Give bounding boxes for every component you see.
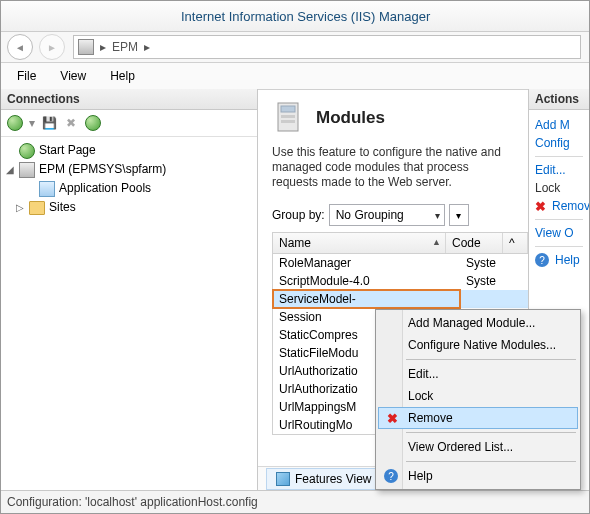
svg-rect-2 — [281, 115, 295, 118]
app-pools-icon — [39, 181, 55, 197]
refresh-connection-icon[interactable] — [85, 115, 101, 131]
groupby-select[interactable]: No Grouping — [329, 204, 445, 226]
module-name: ScriptModule-4.0 — [273, 272, 460, 290]
sort-asc-icon: ▲ — [432, 237, 441, 247]
sites-folder-icon — [29, 200, 45, 216]
table-row[interactable]: ScriptModule-4.0Syste — [273, 272, 528, 290]
expander-icon[interactable]: ◢ — [5, 160, 15, 179]
help-icon: ? — [383, 468, 399, 484]
module-code: Syste — [460, 254, 522, 272]
tree-sites[interactable]: Sites — [49, 198, 76, 217]
delete-icon[interactable]: ✖ — [63, 115, 79, 131]
col-sort-caret: ^ — [503, 233, 528, 253]
menu-view[interactable]: View — [50, 66, 96, 86]
ctx-configure-native-modules[interactable]: Configure Native Modules... — [378, 334, 578, 356]
tree-start-page[interactable]: Start Page — [39, 141, 96, 160]
tab-features-view[interactable]: Features View — [266, 468, 380, 490]
action-remove[interactable]: Remov — [550, 197, 589, 215]
back-button[interactable]: ◄ — [7, 34, 33, 60]
breadcrumb[interactable]: ▸ EPM ▸ — [73, 35, 581, 59]
menu-file[interactable]: File — [7, 66, 46, 86]
ctx-view-ordered-list[interactable]: View Ordered List... — [378, 436, 578, 458]
window-title: Internet Information Services (IIS) Mana… — [181, 9, 430, 24]
module-name: RoleManager — [273, 254, 460, 272]
svg-rect-3 — [281, 120, 295, 123]
features-view-icon — [275, 471, 291, 487]
groupby-label: Group by: — [272, 208, 325, 222]
help-icon: ? — [535, 253, 549, 267]
feature-description: Use this feature to configure the native… — [272, 145, 512, 190]
col-code[interactable]: Code — [446, 233, 503, 253]
module-code: Syste — [460, 272, 522, 290]
action-help[interactable]: Help — [553, 251, 580, 269]
context-menu[interactable]: Add Managed Module... Configure Native M… — [375, 309, 581, 490]
remove-icon: ✖ — [384, 410, 400, 426]
action-lock[interactable]: Lock — [535, 179, 583, 197]
module-code — [460, 290, 522, 308]
tree-server[interactable]: EPM (EPMSYS\spfarm) — [39, 160, 166, 179]
col-name[interactable]: Name▲ — [273, 233, 446, 253]
start-page-icon — [19, 143, 35, 159]
module-name: ServiceModel- — [273, 290, 460, 308]
breadcrumb-sep: ▸ — [100, 40, 106, 54]
ctx-remove[interactable]: ✖Remove — [378, 407, 578, 429]
action-configure-native[interactable]: Config — [535, 134, 583, 152]
expander-icon[interactable]: ▷ — [15, 198, 25, 217]
remove-icon: ✖ — [535, 199, 546, 214]
ctx-add-managed-module[interactable]: Add Managed Module... — [378, 312, 578, 334]
actions-header: Actions — [529, 89, 589, 110]
ctx-edit[interactable]: Edit... — [378, 363, 578, 385]
connect-icon[interactable] — [7, 115, 23, 131]
connections-header: Connections — [1, 89, 257, 110]
breadcrumb-sep: ▸ — [144, 40, 150, 54]
svg-rect-1 — [281, 106, 295, 112]
table-row[interactable]: RoleManagerSyste — [273, 254, 528, 272]
save-icon[interactable]: 💾 — [41, 115, 57, 131]
table-row[interactable]: ServiceModel- — [273, 290, 528, 308]
feature-title: Modules — [316, 108, 385, 128]
action-add-managed[interactable]: Add M — [535, 116, 583, 134]
action-view-ordered[interactable]: View O — [535, 224, 583, 242]
action-edit[interactable]: Edit... — [535, 161, 583, 179]
forward-button[interactable]: ► — [39, 34, 65, 60]
menu-help[interactable]: Help — [100, 66, 145, 86]
ctx-lock[interactable]: Lock — [378, 385, 578, 407]
groupby-dropdown-button[interactable]: ▾ — [449, 204, 469, 226]
tree-app-pools[interactable]: Application Pools — [59, 179, 151, 198]
modules-feature-icon — [272, 101, 306, 135]
breadcrumb-node: EPM — [112, 40, 138, 54]
connections-tree[interactable]: Start Page ◢EPM (EPMSYS\spfarm) Applicat… — [1, 137, 257, 491]
status-bar: Configuration: 'localhost' applicationHo… — [1, 490, 589, 513]
server-icon — [78, 39, 94, 55]
server-node-icon — [19, 162, 35, 178]
ctx-help[interactable]: ?Help — [378, 465, 578, 487]
